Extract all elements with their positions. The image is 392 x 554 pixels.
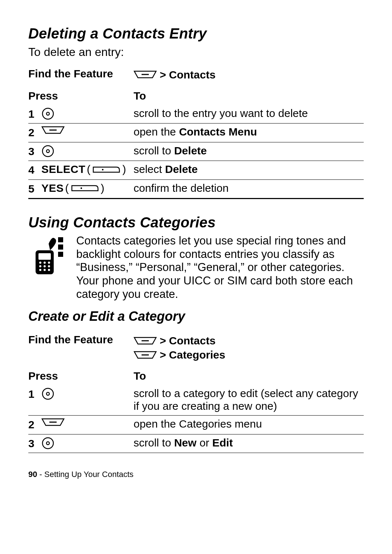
step-num: 2 [28,126,41,139]
press-header: Press [28,90,134,102]
find-feature-label: Find the Feature [28,68,134,80]
menu-key-icon [41,126,65,134]
section2-description-block: Contacts categories let you use special … [28,234,364,301]
softkey-icon [70,184,99,192]
step-num: 5 [28,182,41,195]
step-row: 3 scroll to New or Edit [28,434,364,453]
softkey-icon [92,166,121,174]
to-header: To [134,90,364,102]
step-press [41,126,134,134]
nav-key-icon [41,145,54,158]
step-to: scroll to Delete [134,145,364,157]
step-to: open the Categories menu [134,418,364,430]
section1-steps: 1 scroll to the entry you want to delete… [28,105,364,199]
step-row: 1 scroll to a category to edit (select a… [28,385,364,415]
step-row: 2 open the Categories menu [28,415,364,434]
step-num: 2 [28,418,41,431]
menu-key-icon [134,351,157,359]
menu-key-icon [134,336,157,345]
step-num: 3 [28,437,41,450]
page-footer: 90 - Setting Up Your Contacts [28,470,364,479]
section1-title: Deleting a Contacts Entry [28,25,364,42]
step-press [41,437,134,450]
section2-feature-path: > Contacts > Categories [134,333,225,362]
nav-key-icon [41,107,54,120]
step-to: scroll to New or Edit [134,437,364,449]
step-to: confirm the deletion [134,182,364,195]
step-to: scroll to a category to edit (select any… [134,387,364,412]
section2-steps: 1 scroll to a category to edit (select a… [28,385,364,453]
section2-subtitle: Create or Edit a Category [28,309,364,324]
step-row: 5 YES () confirm the deletion [28,179,364,198]
step-num: 1 [28,107,41,121]
nav-key-icon [41,387,54,400]
step-press [41,387,134,400]
find-feature-label: Find the Feature [28,333,134,346]
section1-intro: To delete an entry: [28,45,364,59]
step-row: 4 SELECT () select Delete [28,161,364,179]
to-header: To [134,370,364,382]
step-press [41,145,134,158]
menu-key-icon [41,418,65,426]
step-row: 1 scroll to the entry you want to delete [28,105,364,124]
chapter-name: Setting Up Your Contacts [44,470,134,479]
press-header: Press [28,370,134,382]
menu-key-icon [134,70,157,79]
nav-key-icon [41,437,54,450]
step-press [41,107,134,120]
step-row: 3 scroll to Delete [28,142,364,161]
step-row: 2 open the Contacts Menu [28,123,364,142]
section2-steps-header: Press To [28,370,364,382]
section1-feature-row: Find the Feature > Contacts [28,68,364,82]
section1-steps-header: Press To [28,90,364,102]
step-press [41,418,134,426]
step-to: scroll to the entry you want to delete [134,107,364,120]
step-press: SELECT () [41,163,134,176]
step-num: 3 [28,145,41,158]
step-num: 4 [28,163,41,177]
step-to: open the Contacts Menu [134,126,364,138]
section2-title: Using Contacts Categories [28,214,364,231]
page-number: 90 [28,470,37,479]
manual-page: Deleting a Contacts Entry To delete an e… [0,0,392,494]
section1-feature-path: > Contacts [134,68,216,82]
section2-description: Contacts categories let you use special … [76,234,364,301]
step-to: select Delete [134,163,364,176]
step-press: YES () [41,182,134,195]
step-num: 1 [28,387,41,401]
phone-categories-icon [28,234,68,301]
section2-feature-row: Find the Feature > Contacts > Categories [28,333,364,362]
